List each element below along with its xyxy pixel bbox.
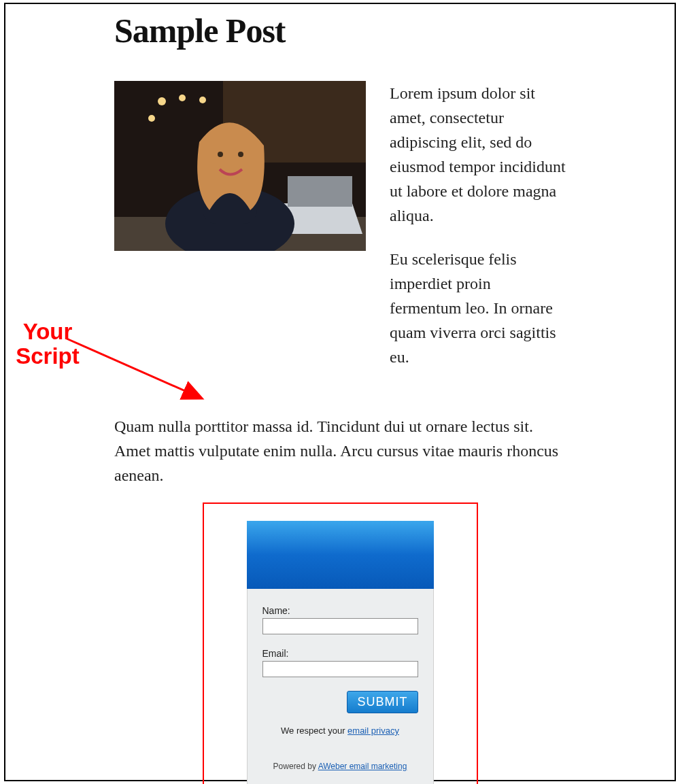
script-embed-frame: Name: Email: SUBMIT We respect your emai… [203,502,478,784]
post-title: Sample Post [114,11,566,50]
lead-text: Lorem ipsum dolor sit amet, consectetur … [390,81,566,388]
svg-point-3 [179,95,186,101]
submit-button[interactable]: SUBMIT [347,691,418,713]
svg-point-5 [148,115,155,122]
featured-image [114,81,366,251]
svg-point-2 [158,97,166,105]
email-privacy-link[interactable]: email privacy [347,726,399,736]
signup-form: Name: Email: SUBMIT We respect your emai… [247,521,434,784]
svg-point-4 [199,97,206,103]
privacy-note: We respect your email privacy [262,726,418,736]
privacy-prefix: We respect your [281,726,347,736]
email-label: Email: [262,648,418,659]
lead-paragraph-1: Lorem ipsum dolor sit amet, consectetur … [390,81,566,228]
svg-point-12 [218,152,223,157]
lead-row: Lorem ipsum dolor sit amet, consectetur … [114,81,566,388]
powered-by: Powered by AWeber email marketing [262,762,418,771]
body-paragraph-1: Quam nulla porttitor massa id. Tincidunt… [114,414,566,488]
name-input[interactable] [262,618,418,634]
form-header [247,521,434,589]
lead-paragraph-2: Eu scelerisque felis imperdiet proin fer… [390,247,566,369]
powered-prefix: Powered by [273,762,318,771]
form-body: Name: Email: SUBMIT We respect your emai… [247,589,434,784]
svg-rect-8 [288,176,352,207]
page-frame: Sample Post [4,3,676,781]
svg-point-13 [238,152,243,157]
email-input[interactable] [262,661,418,677]
name-label: Name: [262,605,418,616]
aweber-link[interactable]: AWeber email marketing [318,762,407,771]
